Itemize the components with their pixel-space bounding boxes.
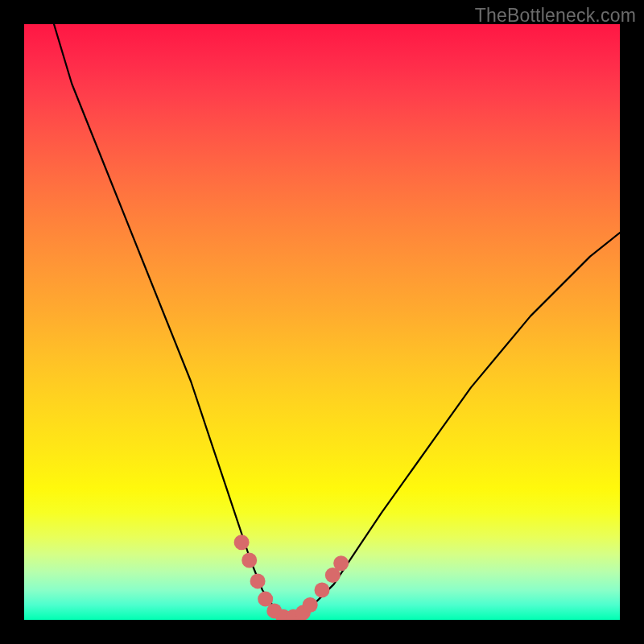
marker-dot	[333, 555, 349, 571]
marker-dot	[234, 535, 250, 550]
watermark-label: TheBottleneck.com	[475, 5, 636, 27]
curve-svg	[24, 24, 620, 620]
chart-container: TheBottleneck.com	[0, 0, 644, 644]
plot-area	[24, 24, 620, 620]
bottleneck-curve	[54, 24, 620, 620]
marker-dot	[250, 573, 266, 588]
marker-group	[234, 535, 349, 620]
marker-dot	[303, 597, 318, 613]
marker-dot	[315, 583, 330, 598]
marker-dot	[242, 553, 257, 568]
